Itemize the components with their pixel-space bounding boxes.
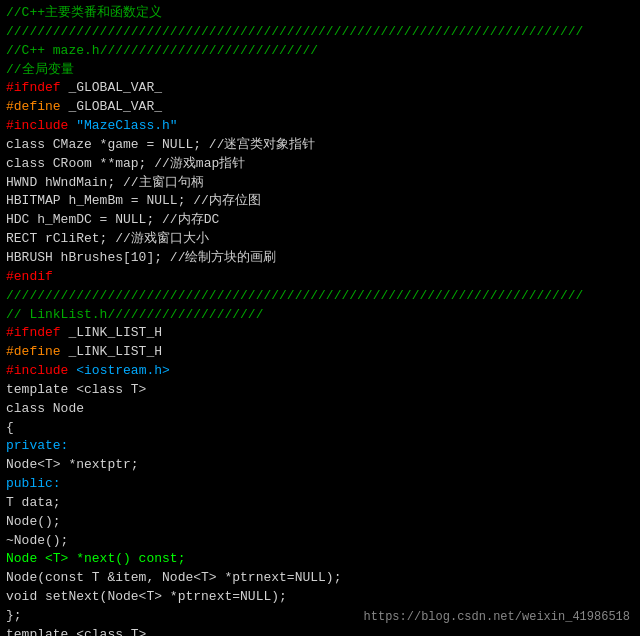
- code-token: class CRoom **map; //游戏map指针: [6, 156, 245, 171]
- code-token: "MazeClass.h": [68, 118, 177, 133]
- code-line: HBRUSH hBrushes[10]; //绘制方块的画刷: [6, 249, 634, 268]
- code-line: template <class T>: [6, 381, 634, 400]
- code-token: T data;: [6, 495, 61, 510]
- code-line: HWND hWndMain; //主窗口句柄: [6, 174, 634, 193]
- code-token: Node();: [6, 514, 61, 529]
- code-line: //全局变量: [6, 61, 634, 80]
- code-token: ////////////////////////////////////////…: [6, 24, 583, 39]
- code-token: ~Node();: [6, 533, 68, 548]
- code-line: template <class T>: [6, 626, 634, 636]
- code-token: _GLOBAL_VAR_: [61, 99, 162, 114]
- code-token: Node(const T &item, Node<T> *ptrnext=NUL…: [6, 570, 341, 585]
- code-editor: //C++主要类番和函数定义//////////////////////////…: [0, 0, 640, 636]
- code-line: class Node: [6, 400, 634, 419]
- code-token: //全局变量: [6, 62, 74, 77]
- code-line: #endif: [6, 268, 634, 287]
- code-line: #define _GLOBAL_VAR_: [6, 98, 634, 117]
- code-line: void setNext(Node<T> *ptrnext=NULL);: [6, 588, 634, 607]
- code-line: Node(const T &item, Node<T> *ptrnext=NUL…: [6, 569, 634, 588]
- code-token: template <class T>: [6, 627, 146, 636]
- code-token: <iostream.h>: [68, 363, 169, 378]
- code-line: private:: [6, 437, 634, 456]
- code-token: //: [6, 307, 29, 322]
- code-token: class CMaze *game = NULL; //迷宫类对象指针: [6, 137, 315, 152]
- code-line: T data;: [6, 494, 634, 513]
- code-token: #define: [6, 99, 61, 114]
- code-line: #include "MazeClass.h": [6, 117, 634, 136]
- code-line: class CRoom **map; //游戏map指针: [6, 155, 634, 174]
- code-line: class CMaze *game = NULL; //迷宫类对象指针: [6, 136, 634, 155]
- code-token: HBITMAP h_MemBm = NULL; //内存位图: [6, 193, 261, 208]
- code-token: };: [6, 608, 22, 623]
- code-line: ////////////////////////////////////////…: [6, 287, 634, 306]
- code-line: HDC h_MemDC = NULL; //内存DC: [6, 211, 634, 230]
- code-token: #ifndef: [6, 325, 61, 340]
- code-token: #define: [6, 344, 61, 359]
- code-token: _GLOBAL_VAR_: [61, 80, 162, 95]
- code-line: ~Node();: [6, 532, 634, 551]
- code-line: #include <iostream.h>: [6, 362, 634, 381]
- code-line: Node <T> *next() const;: [6, 550, 634, 569]
- code-line: #ifndef _LINK_LIST_H: [6, 324, 634, 343]
- code-line: Node();: [6, 513, 634, 532]
- code-token: class Node: [6, 401, 84, 416]
- code-line: #ifndef _GLOBAL_VAR_: [6, 79, 634, 98]
- code-token: //C++主要类番和函数定义: [6, 5, 162, 20]
- code-token: //C++: [6, 43, 53, 58]
- code-token: HBRUSH hBrushes[10]; //绘制方块的画刷: [6, 250, 276, 265]
- code-token: #include: [6, 118, 68, 133]
- code-line: //C++ maze.h////////////////////////////: [6, 42, 634, 61]
- code-token: template <class T>: [6, 382, 146, 397]
- code-token: ////////////////////////////////////////…: [6, 288, 583, 303]
- code-token: Node <T> *next() const;: [6, 551, 185, 566]
- code-token: _LINK_LIST_H: [61, 344, 162, 359]
- code-token: ////////////////////////////: [100, 43, 318, 58]
- code-line: #define _LINK_LIST_H: [6, 343, 634, 362]
- code-token: ////////////////////: [107, 307, 263, 322]
- code-line: ////////////////////////////////////////…: [6, 23, 634, 42]
- code-token: _LINK_LIST_H: [61, 325, 162, 340]
- code-token: {: [6, 420, 14, 435]
- code-token: private:: [6, 438, 68, 453]
- code-token: #include: [6, 363, 68, 378]
- code-token: HDC h_MemDC = NULL; //内存DC: [6, 212, 219, 227]
- code-line: RECT rCliRet; //游戏窗口大小: [6, 230, 634, 249]
- code-line: {: [6, 419, 634, 438]
- code-token: HWND hWndMain; //主窗口句柄: [6, 175, 204, 190]
- watermark: https://blog.csdn.net/weixin_41986518: [364, 609, 630, 626]
- code-content: //C++主要类番和函数定义//////////////////////////…: [6, 4, 634, 636]
- code-token: void setNext(Node<T> *ptrnext=NULL);: [6, 589, 287, 604]
- code-token: #ifndef: [6, 80, 61, 95]
- code-token: Node<T> *nextptr;: [6, 457, 139, 472]
- code-line: //C++主要类番和函数定义: [6, 4, 634, 23]
- code-token: public:: [6, 476, 61, 491]
- code-line: Node<T> *nextptr;: [6, 456, 634, 475]
- code-line: // LinkList.h////////////////////: [6, 306, 634, 325]
- code-line: public:: [6, 475, 634, 494]
- code-token: #endif: [6, 269, 53, 284]
- code-token: LinkList.h: [29, 307, 107, 322]
- code-line: HBITMAP h_MemBm = NULL; //内存位图: [6, 192, 634, 211]
- code-token: maze.h: [53, 43, 100, 58]
- code-token: RECT rCliRet; //游戏窗口大小: [6, 231, 209, 246]
